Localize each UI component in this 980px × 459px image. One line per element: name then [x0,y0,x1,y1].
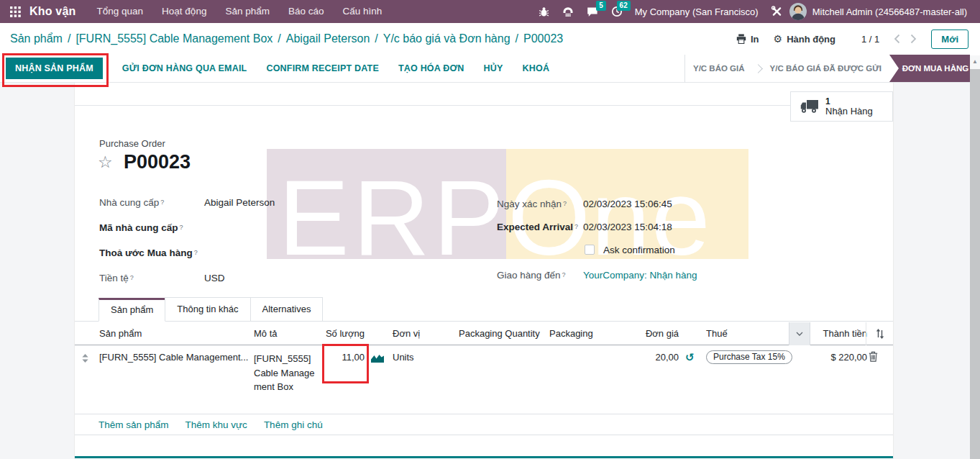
user-menu[interactable]: Mitchell Admin (24566487-master-all) [807,6,973,17]
apps-grid-icon[interactable] [0,0,29,23]
menu-operations[interactable]: Hoạt động [152,0,216,23]
tab-alternatives[interactable]: Alternatives [250,297,324,321]
field-vendor: Nhà cung cấp? [99,195,164,209]
scroll-up-arrow-icon[interactable]: ▲ [970,55,980,68]
field-confirmation-date: Ngày xác nhận? [497,196,567,211]
receipt-smart-button[interactable]: 1 Nhận Hàng [790,91,893,122]
cell-product[interactable]: [FURN_5555] Cable Management... [99,352,250,363]
breadcrumb-current: P00023 [523,32,563,45]
app-name[interactable]: Kho vận [29,5,76,18]
action-menu-button[interactable]: ⚙ Hành động [774,33,835,45]
delete-line-icon[interactable] [869,351,878,362]
messages-icon[interactable]: 5 [580,0,605,23]
help-icon[interactable]: ? [563,200,567,207]
col-packaging-quantity[interactable]: Packaging Quantity [459,322,540,345]
help-icon[interactable]: ? [574,223,578,230]
status-pipeline: Y/C BÁO GIÁ Y/C BÁO GIÁ ĐÃ ĐƯỢC GỬI ĐƠN … [684,55,970,83]
add-note-link[interactable]: Thêm ghi chú [264,419,323,430]
col-packaging[interactable]: Packaging [549,322,593,345]
col-taxes[interactable]: Thuế [706,322,728,345]
breadcrumb-products[interactable]: Sản phẩm [10,32,63,45]
tab-other-info[interactable]: Thông tin khác [165,297,250,321]
notebook-tabs: Sản phẩm Thông tin khác Alternatives [75,298,893,322]
favorite-star-icon[interactable]: ☆ [98,153,113,172]
breadcrumb-rfq-list[interactable]: Y/c báo giá và Đơn hàng [383,32,510,45]
activities-badge: 62 [617,1,631,11]
help-icon[interactable]: ? [160,199,164,206]
pager-next-icon[interactable] [910,34,917,44]
pager-counter: 1 / 1 [861,34,879,45]
col-subtotal[interactable]: Thành tiền [801,322,867,345]
menu-overview[interactable]: Tổng quan [88,0,153,23]
col-product[interactable]: Sản phẩm [99,322,142,345]
breadcrumb-product-record[interactable]: [FURN_5555] Cable Management Box [75,32,273,45]
add-section-link[interactable]: Thêm khu vực [186,419,247,430]
menu-configuration[interactable]: Cấu hình [334,0,392,23]
ask-confirmation-checkbox[interactable] [585,245,595,255]
cell-uom[interactable]: Units [393,352,414,363]
status-rfq-sent[interactable]: Y/C BÁO GIÁ ĐÃ ĐƯỢC GỬI [762,55,889,82]
status-purchase-order-active[interactable]: ĐƠN MUA HÀNG [889,55,970,82]
lock-button[interactable]: KHOÁ [523,63,550,73]
topbar-systray: 5 62 My Company (San Francisco) Mitchell… [532,0,980,23]
order-line-row[interactable]: [FURN_5555] Cable Management... [FURN_55… [75,345,893,414]
field-deliver-to: Giao hàng đến? [497,268,566,282]
doc-type-label: Purchase Order [99,138,165,149]
forecast-chart-icon[interactable] [371,353,384,363]
help-icon[interactable]: ? [180,224,183,231]
col-uom[interactable]: Đơn vị [393,322,420,345]
cell-subtotal: $ 220,00 [801,352,867,363]
cell-taxes[interactable]: Purchase Tax 15% [706,350,792,364]
top-navbar: Kho vận Tổng quan Hoạt động Sản phẩm Báo… [0,0,980,23]
drag-handle[interactable] [82,354,88,363]
field-ask-confirmation: Ask confirmation [585,242,675,257]
col-description[interactable]: Mô tả [254,322,278,345]
truck-icon [800,100,819,114]
vertical-scrollbar[interactable]: ▲ [970,55,980,459]
help-icon[interactable]: ? [194,249,198,256]
price-history-icon[interactable]: ↺ [685,351,695,364]
new-button[interactable]: Mới [931,29,968,49]
add-product-link[interactable]: Thêm sản phẩm [99,419,169,430]
field-currency-value[interactable]: USD [204,271,225,285]
order-lines-header: Sản phẩm Mô tả Số lượng Đơn vị Packaging… [75,322,893,345]
pager-nav [894,34,917,44]
field-confirmation-date-value[interactable]: 02/03/2023 15:06:45 [583,196,672,211]
printer-icon [736,34,746,44]
tab-products[interactable]: Sản phẩm [99,298,165,322]
debug-bug-icon[interactable] [532,0,556,23]
cancel-button[interactable]: HỦY [484,63,503,73]
field-deliver-to-value[interactable]: YourCompany: Nhận hàng [583,268,697,282]
breadcrumb: Sản phẩm/[FURN_5555] Cable Management Bo… [10,32,563,45]
field-currency: Tiền tệ? [99,271,134,285]
menu-reporting[interactable]: Báo cáo [279,0,334,23]
tax-tag[interactable]: Purchase Tax 15% [706,350,792,364]
optional-columns-button[interactable] [866,322,893,345]
company-switcher[interactable]: My Company (San Francisco) [629,6,764,17]
tools-icon[interactable] [764,0,789,23]
field-expected-arrival-value[interactable]: 02/03/2023 15:04:18 [583,219,672,234]
activities-clock-icon[interactable]: 62 [605,0,629,23]
gear-icon: ⚙ [774,33,783,45]
cell-quantity[interactable]: 11,00 [305,352,365,363]
receive-products-button[interactable]: NHẬN SẢN PHẨM [6,58,103,79]
send-by-email-button[interactable]: GỬI ĐƠN HÀNG QUA EMAIL [122,63,247,73]
field-vendor-value[interactable]: Abigail Peterson [204,195,275,209]
scrollbar-thumb[interactable] [970,69,980,459]
cell-unit-price[interactable]: 20,00 [621,352,679,363]
menu-products[interactable]: Sản phẩm [216,0,279,23]
print-button[interactable]: In [736,34,759,45]
col-quantity[interactable]: Số lượng [305,322,365,345]
order-reference: P00023 [124,151,191,173]
help-icon[interactable]: ? [130,274,134,281]
control-panel: Sản phẩm/[FURN_5555] Cable Management Bo… [0,23,980,55]
col-unit-price[interactable]: Đơn giá [621,322,679,345]
breadcrumb-vendor[interactable]: Abigail Peterson [286,32,370,45]
status-rfq[interactable]: Y/C BÁO GIÁ [685,55,753,82]
confirm-receipt-date-button[interactable]: CONFIRM RECEIPT DATE [266,63,379,73]
user-avatar[interactable] [789,3,807,20]
pager-prev-icon[interactable] [894,34,900,44]
phone-icon[interactable] [556,0,580,23]
help-icon[interactable]: ? [562,271,566,278]
create-bill-button[interactable]: TẠO HÓA ĐƠN [398,63,464,73]
